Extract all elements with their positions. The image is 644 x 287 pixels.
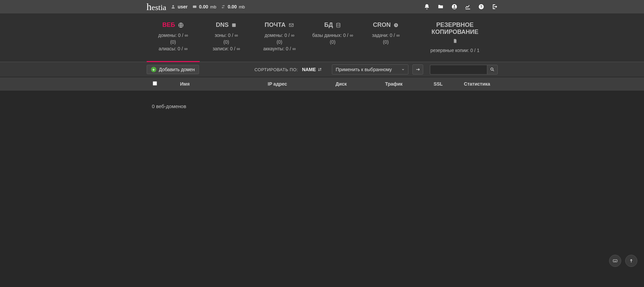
sort-dropdown[interactable]: NAME [302, 67, 322, 72]
account-icon[interactable] [451, 4, 457, 10]
tab-dns[interactable]: DNS зоны: 0 / ∞ (0) записи: 0 / ∞ [200, 13, 253, 62]
help-icon[interactable]: ? [478, 4, 484, 10]
search-input[interactable] [430, 65, 487, 75]
svg-point-9 [337, 23, 340, 24]
tab-backup-label: РЕЗЕРВНОЕ КОПИРОВАНИЕ [412, 21, 498, 36]
sort-value-label: NAME [302, 67, 316, 72]
web-line2: (0) [147, 39, 200, 45]
sort-az-icon [318, 67, 322, 71]
bulk-action-label: Применить к выбранному [336, 67, 392, 72]
mail-line2: (0) [253, 39, 306, 45]
scroll-top-button[interactable] [625, 255, 637, 267]
tab-mail-label: ПОЧТА [264, 21, 285, 29]
add-domain-label: Добавить домен [159, 67, 195, 72]
tab-web[interactable]: ВЕБ домены: 0 / ∞ (0) алиасы: 0 / ∞ [147, 13, 200, 62]
globe-icon [178, 22, 184, 28]
dns-line1: зоны: 0 / ∞ [200, 33, 253, 38]
add-domain-button[interactable]: + Добавить домен [147, 65, 199, 74]
svg-rect-1 [193, 6, 197, 8]
file-icon [453, 38, 457, 44]
logout-icon[interactable] [492, 4, 498, 10]
stats-tabs: ВЕБ домены: 0 / ∞ (0) алиасы: 0 / ∞ DNS … [0, 13, 644, 62]
mail-icon [288, 22, 294, 28]
folder-icon[interactable] [437, 4, 444, 10]
transfer-icon [221, 4, 226, 9]
svg-rect-12 [613, 260, 617, 262]
top-bar: hestia user 0.00 mb 0.00 mb [0, 0, 644, 13]
mail-line1: домены: 0 / ∞ [253, 33, 306, 38]
svg-point-0 [172, 5, 174, 7]
svg-text:?: ? [480, 5, 482, 9]
disk-chip: 0.00 mb [192, 4, 216, 9]
disk-icon [192, 4, 197, 9]
tab-web-label: ВЕБ [162, 21, 175, 29]
bulk-action-select[interactable]: Применить к выбранному [332, 64, 408, 75]
svg-rect-8 [289, 23, 293, 27]
arrow-up-icon [629, 258, 634, 263]
stats-icon[interactable] [465, 4, 471, 10]
cron-line2: (0) [359, 39, 412, 45]
svg-point-3 [453, 5, 455, 7]
bell-icon[interactable] [424, 4, 430, 10]
select-all-checkbox[interactable] [153, 81, 157, 86]
bulk-apply-button[interactable] [412, 64, 423, 75]
keyboard-icon [612, 258, 618, 263]
dns-icon [231, 22, 237, 28]
search-box [430, 65, 498, 75]
tab-db-label: БД [324, 21, 333, 29]
db-line1: базы данных: 0 / ∞ [306, 33, 359, 38]
dns-line2: (0) [200, 39, 253, 45]
tab-cron[interactable]: CRON задачи: 0 / ∞ (0) [359, 13, 412, 62]
mail-line3: аккаунты: 0 / ∞ [253, 46, 306, 51]
floating-buttons [609, 255, 637, 267]
svg-point-11 [491, 68, 493, 70]
search-button[interactable] [487, 65, 498, 75]
empty-state: 0 веб-доменов [152, 103, 498, 109]
col-disk: Диск [314, 81, 368, 87]
backup-line1: резервные копии: 0 / 1 [412, 48, 498, 53]
plus-icon: + [151, 67, 156, 72]
col-stats: Статистика [457, 81, 498, 87]
keyboard-button[interactable] [609, 255, 621, 267]
col-ssl: SSL [420, 81, 457, 87]
user-chip[interactable]: user [171, 4, 188, 9]
db-line2: (0) [306, 39, 359, 45]
username-label: user [178, 4, 188, 9]
logo[interactable]: hestia [147, 1, 166, 12]
tab-cron-label: CRON [373, 21, 391, 29]
web-line3: алиасы: 0 / ∞ [147, 46, 200, 51]
svg-rect-7 [232, 23, 236, 27]
search-icon [490, 67, 495, 72]
bandwidth-chip: 0.00 mb [221, 4, 245, 9]
col-name: Имя [160, 81, 241, 87]
col-traffic: Трафик [368, 81, 420, 87]
chevron-down-icon [401, 68, 405, 71]
bw-value: 0.00 [228, 4, 237, 9]
table-body: 0 веб-доменов [0, 91, 644, 109]
dns-line3: записи: 0 / ∞ [200, 46, 253, 51]
toolbar: + Добавить домен СОРТИРОВАТЬ ПО: NAME Пр… [0, 62, 644, 77]
web-line1: домены: 0 / ∞ [147, 33, 200, 38]
arrow-right-icon [415, 67, 420, 72]
tab-dns-label: DNS [216, 21, 229, 29]
tab-backup[interactable]: РЕЗЕРВНОЕ КОПИРОВАНИЕ резервные копии: 0… [412, 13, 498, 62]
col-ip: IP адрес [241, 81, 314, 87]
table-header: Имя IP адрес Диск Трафик SSL Статистика [0, 77, 644, 91]
tab-mail[interactable]: ПОЧТА домены: 0 / ∞ (0) аккаунты: 0 / ∞ [253, 13, 306, 62]
database-icon [336, 22, 341, 28]
disk-unit: mb [210, 4, 216, 9]
clock-icon [393, 22, 399, 28]
cron-line1: задачи: 0 / ∞ [359, 33, 412, 38]
tab-db[interactable]: БД базы данных: 0 / ∞ (0) [306, 13, 359, 62]
bw-unit: mb [239, 4, 245, 9]
user-icon [171, 4, 176, 9]
sort-by-label: СОРТИРОВАТЬ ПО: [254, 67, 298, 72]
disk-value: 0.00 [199, 4, 208, 9]
